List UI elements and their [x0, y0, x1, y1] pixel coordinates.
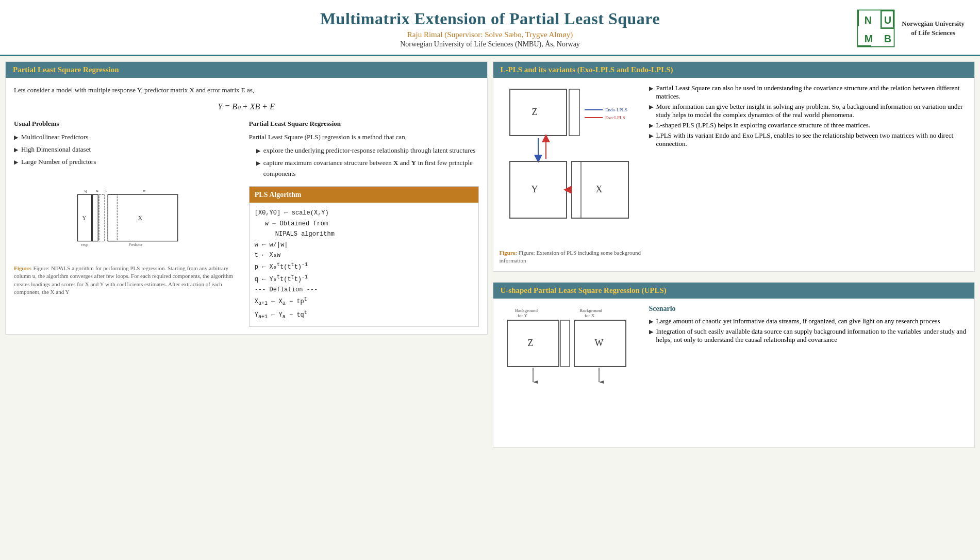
- nipals-figure-caption: Figure: Figure: NIPALS algorithm for per…: [14, 265, 244, 297]
- lpls-figure-caption: Figure: Figure: Extension of PLS includi…: [500, 249, 644, 265]
- nmbu-logo-icon: N U B M: [855, 8, 896, 49]
- svg-rect-27: [569, 89, 579, 136]
- lpls-arrow-1: ▶: [649, 85, 653, 101]
- upls-panel-header: U-shaped Partial Least Square Regression…: [493, 283, 975, 299]
- svg-rect-22: [108, 194, 117, 241]
- svg-text:X: X: [138, 215, 142, 221]
- upls-text: Scenario ▶ Large amount of chaotic yet i…: [649, 305, 969, 441]
- lpls-panel: L-PLS and its variants (Exo-LPLS and End…: [493, 61, 975, 272]
- svg-text:for Y: for Y: [518, 313, 527, 318]
- svg-text:N: N: [865, 14, 872, 26]
- usual-problems-col: Usual Problems ▶ Multicollinear Predicto…: [14, 119, 244, 181]
- svg-text:M: M: [865, 33, 873, 44]
- algo-line-10: Ya+1 ← Ya − tqt: [255, 308, 473, 321]
- upls-diagram: Background for Y Background for X Z W: [500, 305, 644, 441]
- pls-reg-col: Partial Least Square Regression Partial …: [249, 119, 479, 181]
- pls-bullet-label-1: explore the underlying predictor-respons…: [263, 145, 476, 156]
- problem-item-1: ▶ Multicollinear Predictors: [14, 132, 244, 142]
- svg-text:Z: Z: [527, 338, 533, 348]
- svg-rect-3: [858, 45, 872, 47]
- algorithm-box: PLS Algorithm [X0,Y0] ← scale(X,Y) w ← O…: [249, 186, 479, 327]
- svg-rect-47: [560, 320, 570, 367]
- algo-line-7: q ← Y₀tt(ttt)-1: [255, 273, 473, 285]
- upls-bullet-1: ▶ Large amount of chaotic yet informativ…: [649, 317, 969, 325]
- svg-rect-4: [858, 10, 859, 26]
- svg-text:U: U: [884, 14, 891, 26]
- institution-text: Norwegian University of Life Sciences (N…: [10, 40, 970, 48]
- upls-content: Background for Y Background for X Z W: [493, 299, 975, 447]
- arrow-icon-3: ▶: [14, 158, 18, 167]
- pls-reg-desc: Partial Least Square (PLS) regression is…: [249, 132, 479, 142]
- arrow-icon-1: ▶: [14, 133, 18, 142]
- svg-text:q: q: [85, 188, 87, 192]
- right-column: L-PLS and its variants (Exo-LPLS and End…: [493, 61, 975, 448]
- upls-panel: U-shaped Partial Least Square Regression…: [493, 282, 975, 448]
- left-column: Partial Least Square Regression Lets con…: [5, 61, 488, 448]
- svg-text:for X: for X: [585, 313, 595, 318]
- algo-line-6: p ← X₀tt(ttt)-1: [255, 260, 473, 272]
- lpls-bullets: ▶ Partial Least Square can also be used …: [649, 84, 969, 265]
- svg-rect-25: [510, 89, 567, 136]
- lpls-panel-header: L-PLS and its variants (Exo-LPLS and End…: [493, 62, 975, 78]
- svg-rect-6: [881, 10, 882, 27]
- svg-marker-40: [567, 188, 571, 192]
- svg-text:Predictor: Predictor: [129, 242, 143, 246]
- fig-label: Figure:: [14, 265, 32, 271]
- page-title: Multimatrix Extension of Partial Least S…: [10, 9, 970, 28]
- svg-text:Endo-LPLS: Endo-LPLS: [605, 107, 627, 112]
- page-header: Multimatrix Extension of Partial Least S…: [0, 0, 980, 55]
- svg-text:W: W: [594, 338, 603, 348]
- upls-bullet-2: ▶ Integration of such easily available d…: [649, 327, 969, 344]
- problems-grid: Usual Problems ▶ Multicollinear Predicto…: [14, 119, 479, 181]
- upls-svg: Background for Y Background for X Z W: [500, 305, 639, 439]
- nipals-caption-text: Figure: NIPALS algorithm for performing …: [14, 265, 233, 295]
- arrow-icon-4: ▶: [256, 146, 260, 156]
- svg-rect-7: [881, 27, 882, 45]
- algo-line-3: NIPALS algorithm: [275, 229, 473, 239]
- diagram-area: q u t w Y: [14, 186, 479, 327]
- problem-item-2: ▶ High Dimensional dataset: [14, 144, 244, 155]
- lpls-caption-text: Figure: Extension of PLS including some …: [500, 250, 641, 263]
- svg-rect-1: [881, 10, 894, 11]
- lpls-bullet-4: ▶ LPLS with its variant Endo and Exo LPL…: [649, 131, 969, 148]
- svg-text:Z: Z: [531, 107, 537, 117]
- svg-text:u: u: [96, 188, 98, 192]
- scenario-title: Scenario: [649, 305, 969, 313]
- svg-text:Y: Y: [82, 215, 87, 221]
- svg-text:Background: Background: [515, 308, 538, 313]
- logo-text: Norwegian Universityof Life Sciences: [902, 19, 965, 38]
- svg-text:t: t: [106, 188, 107, 192]
- algo-line-9: Xa+1 ← Xa − tpt: [255, 295, 473, 308]
- logo-area: N U B M Norwegian Universityof Life Scie…: [855, 8, 965, 49]
- svg-rect-20: [108, 194, 177, 241]
- lpls-fig-label: Figure:: [500, 250, 518, 256]
- nipals-diagram-svg: q u t w Y: [14, 186, 244, 258]
- svg-text:Exo-LPLS: Exo-LPLS: [605, 115, 625, 120]
- svg-text:B: B: [884, 33, 891, 44]
- problem-label-3: Large Number of predictors: [21, 157, 96, 167]
- lpls-diagram: Z Endo-LPLS Exo-LPLS: [500, 84, 644, 265]
- algo-line-4: w ← w/|w|: [255, 240, 473, 250]
- upls-bullet-text-1: Large amount of chaotic yet informative …: [656, 317, 940, 325]
- lpls-bullet-text-3: L-shaped PLS (LPLS) helps in exploring c…: [656, 121, 871, 129]
- svg-text:Y: Y: [531, 184, 538, 194]
- pls-formula: Y = B₀ + XB + E: [14, 101, 479, 113]
- upls-arrow-1: ▶: [649, 318, 653, 325]
- nipals-diagram-area: q u t w Y: [14, 186, 244, 327]
- arrow-icon-2: ▶: [14, 145, 18, 155]
- algorithm-body: [X0,Y0] ← scale(X,Y) w ← Obtained from N…: [250, 203, 478, 326]
- algorithm-header: PLS Algorithm: [250, 187, 478, 203]
- algo-line-5: t ← X₀w: [255, 250, 473, 260]
- upls-arrow-2: ▶: [649, 328, 653, 344]
- lpls-content: Z Endo-LPLS Exo-LPLS: [493, 78, 975, 271]
- pls-intro-text: Lets consider a model with multiple resp…: [14, 85, 479, 95]
- pls-bullet-1: ▶ explore the underlying predictor-respo…: [256, 145, 479, 156]
- lpls-bullet-text-4: LPLS with its variant Endo and Exo LPLS,…: [656, 131, 969, 148]
- pls-panel-body: Lets consider a model with multiple resp…: [6, 78, 487, 334]
- svg-text:w: w: [143, 188, 146, 192]
- lpls-arrow-2: ▶: [649, 104, 653, 119]
- problem-label-2: High Dimensional dataset: [21, 144, 91, 155]
- algo-line-2: w ← Obtained from: [265, 219, 473, 229]
- problem-label-1: Multicollinear Predictors: [21, 132, 88, 142]
- svg-rect-2: [881, 27, 894, 29]
